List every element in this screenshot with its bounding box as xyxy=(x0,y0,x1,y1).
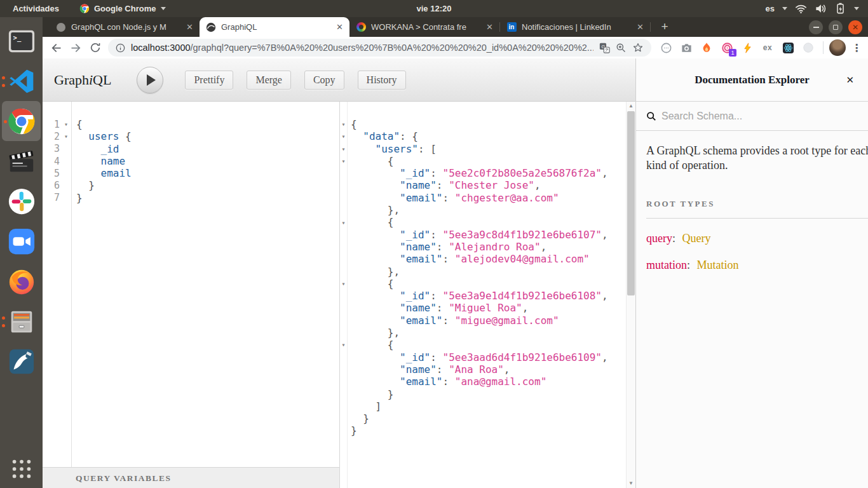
keyboard-layout-indicator[interactable]: es xyxy=(766,4,775,13)
code-line: { xyxy=(351,216,635,228)
query-editor-pane[interactable]: 1▾2▾34567 { users { _id name email }} QU… xyxy=(43,102,340,488)
query-editor[interactable]: { users { _id name email }} xyxy=(72,102,339,467)
code-line: }, xyxy=(351,204,635,216)
fold-arrow-icon[interactable]: ▾ xyxy=(340,219,347,226)
react-devtools-icon[interactable] xyxy=(782,41,794,54)
fold-arrow-icon[interactable]: ▾ xyxy=(340,158,347,165)
address-bar[interactable]: localhost:3000/graphql?query=%7B%0A%20%2… xyxy=(108,39,651,57)
dock-item-mysql-workbench[interactable] xyxy=(0,341,43,381)
tab-close-icon[interactable]: ✕ xyxy=(484,22,495,32)
history-button[interactable]: History xyxy=(358,71,406,90)
tab-linkedin[interactable]: in Notificaciones | LinkedIn ✕ xyxy=(500,17,650,37)
mutation-type-link[interactable]: Mutation xyxy=(697,259,739,271)
running-indicator-dot xyxy=(4,120,7,123)
extension-disabled-icon[interactable] xyxy=(802,41,815,54)
doc-close-icon[interactable]: ✕ xyxy=(846,75,854,85)
slack-icon xyxy=(7,187,36,216)
show-applications-button[interactable] xyxy=(0,450,43,488)
result-pane[interactable]: ▾▾▾▾▾▾▾ { "data": { "users": [ { "_id": … xyxy=(340,102,635,488)
dock-item-video-editor[interactable] xyxy=(0,141,43,181)
fold-arrow-icon[interactable]: ▾ xyxy=(340,121,347,128)
tab-close-icon[interactable]: ✕ xyxy=(184,22,195,32)
tab-strip: GraphQL con Node.js y M ✕ GraphiQL ✕ xyxy=(43,17,868,37)
url-text[interactable]: localhost:3000/graphql?query=%7B%0A%20%2… xyxy=(131,43,593,53)
line-number: 3 xyxy=(43,143,61,154)
translate-icon[interactable]: G xyxy=(599,43,610,53)
maximize-button[interactable] xyxy=(829,20,843,34)
fold-arrow-icon[interactable]: ▾ xyxy=(61,133,71,140)
fold-arrow-icon[interactable]: ▾ xyxy=(61,121,71,128)
code-line: } xyxy=(76,179,339,191)
site-info-icon[interactable] xyxy=(116,43,125,53)
activities-button[interactable]: Actividades xyxy=(9,3,63,15)
extension-camera-icon[interactable] xyxy=(680,41,693,54)
execute-query-button[interactable] xyxy=(137,67,163,93)
dock-item-vscode[interactable] xyxy=(0,61,43,101)
schema-search-input[interactable] xyxy=(661,111,858,122)
scroll-down-icon[interactable]: ▼ xyxy=(627,479,635,488)
schema-search[interactable] xyxy=(636,102,868,131)
close-window-button[interactable]: ✕ xyxy=(848,20,862,34)
app-menu-label: Google Chrome xyxy=(94,4,156,13)
extension-target-icon[interactable]: 1 xyxy=(721,41,733,54)
query-type-link[interactable]: Query xyxy=(682,232,711,245)
doc-explorer-body: A GraphQL schema provides a root type fo… xyxy=(636,131,868,272)
tab-graphiql[interactable]: GraphiQL ✕ xyxy=(200,17,349,37)
tab-close-icon[interactable]: ✕ xyxy=(635,22,646,32)
chrome-icon xyxy=(7,107,36,136)
fold-arrow-icon[interactable]: ▾ xyxy=(340,280,347,287)
graphiql-app: GraphiQL Prettify Merge Copy History xyxy=(43,58,868,488)
dock-item-chrome[interactable] xyxy=(2,101,41,141)
query-variables-bar[interactable]: QUERY VARIABLES xyxy=(43,467,339,488)
zoom-level-icon[interactable] xyxy=(616,43,627,53)
extension-circle-icon[interactable] xyxy=(660,41,672,54)
bookmark-star-icon[interactable] xyxy=(632,42,644,53)
code-line: { xyxy=(351,155,635,167)
search-icon xyxy=(646,111,656,121)
scroll-up-icon[interactable]: ▲ xyxy=(627,102,635,111)
graphiql-favicon xyxy=(206,22,216,32)
running-indicator-dot xyxy=(2,316,5,320)
new-tab-button[interactable]: + xyxy=(656,19,673,36)
fold-arrow-icon[interactable]: ▾ xyxy=(340,341,347,348)
tab-close-icon[interactable]: ✕ xyxy=(334,22,345,32)
clapperboard-icon xyxy=(7,147,36,176)
extension-lightning-icon[interactable] xyxy=(741,41,754,54)
wifi-icon xyxy=(795,3,807,15)
dock-item-slack[interactable] xyxy=(0,181,43,221)
dock-item-file-manager[interactable] xyxy=(0,301,43,341)
browser-menu-icon[interactable]: ⋮ xyxy=(851,42,862,54)
minimize-button[interactable] xyxy=(809,20,823,34)
back-button[interactable] xyxy=(49,41,63,55)
gutter-row xyxy=(340,179,347,191)
reload-button[interactable] xyxy=(88,41,102,55)
query-field-link[interactable]: query xyxy=(646,232,672,245)
battery-icon xyxy=(834,3,846,15)
code-line: } xyxy=(351,424,635,437)
prettify-button[interactable]: Prettify xyxy=(185,71,233,90)
extension-flame-icon[interactable] xyxy=(700,41,713,54)
scrollbar-thumb[interactable] xyxy=(627,111,635,295)
code-line: "_id": "5ee2c0f2b80e5a2e56876f2a", xyxy=(351,167,635,179)
gutter-row xyxy=(340,400,347,412)
tab-title: GraphQL con Node.js y M xyxy=(71,22,179,32)
copy-button[interactable]: Copy xyxy=(304,71,344,90)
system-tray[interactable]: es xyxy=(766,3,868,15)
extension-ex-icon[interactable]: ex xyxy=(761,41,774,54)
tab-graphql-tutorial[interactable]: GraphQL con Node.js y M ✕ xyxy=(50,17,200,37)
result-scrollbar[interactable]: ▲ ▼ xyxy=(626,102,635,488)
code-line: } xyxy=(351,388,635,400)
screen: vie 12:20 Actividades Google Chrome e xyxy=(0,0,868,488)
fold-arrow-icon[interactable]: ▾ xyxy=(340,146,347,152)
mysql-workbench-icon xyxy=(7,347,36,376)
tab-workana[interactable]: WORKANA > Contrata fre ✕ xyxy=(349,17,499,37)
merge-button[interactable]: Merge xyxy=(247,71,290,90)
dock-item-terminal[interactable]: >_ xyxy=(0,21,43,61)
dock-item-firefox[interactable] xyxy=(0,261,43,301)
profile-avatar[interactable] xyxy=(829,39,846,56)
forward-button[interactable] xyxy=(69,41,83,55)
app-menu[interactable]: Google Chrome xyxy=(79,4,166,14)
fold-arrow-icon[interactable]: ▾ xyxy=(340,133,347,140)
dock-item-zoom[interactable] xyxy=(0,221,43,261)
mutation-field-link[interactable]: mutation xyxy=(646,259,687,271)
